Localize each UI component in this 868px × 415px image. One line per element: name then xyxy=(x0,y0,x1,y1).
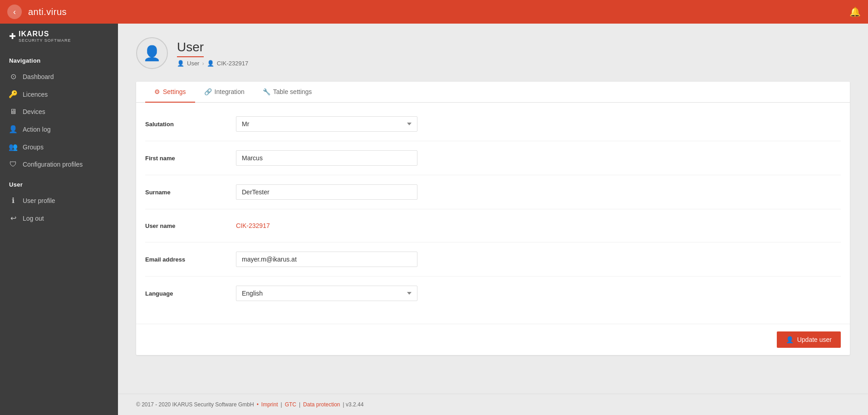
salutation-select[interactable]: Mr Mrs Ms Dr xyxy=(236,116,417,132)
sidebar-label-devices: Devices xyxy=(23,108,45,115)
footer: © 2017 - 2020 IKARUS Security Software G… xyxy=(118,394,868,415)
settings-tab-icon: ⚙ xyxy=(154,88,160,95)
action-log-icon: 👤 xyxy=(9,125,17,133)
settings-card: ⚙ Settings 🔗 Integration 🔧 Table setting… xyxy=(136,82,850,355)
bell-icon[interactable]: 🔔 xyxy=(849,6,861,17)
tabs: ⚙ Settings 🔗 Integration 🔧 Table setting… xyxy=(136,82,850,103)
logo-name: IKARUS xyxy=(19,30,71,38)
sidebar-label-user-profile: User profile xyxy=(23,197,55,204)
footer-version: | v3.2.44 xyxy=(343,401,364,408)
sidebar-item-devices[interactable]: 🖥 Devices xyxy=(0,103,118,120)
sidebar-item-licences[interactable]: 🔑 Licences xyxy=(0,85,118,103)
groups-icon: 👥 xyxy=(9,143,17,151)
email-input[interactable] xyxy=(236,252,417,267)
footer-separator-2: | xyxy=(299,401,300,408)
dashboard-icon: ⊙ xyxy=(9,72,17,81)
email-label: Email address xyxy=(145,256,236,263)
firstname-row: First name xyxy=(145,150,841,175)
salutation-row: Salutation Mr Mrs Ms Dr xyxy=(145,116,841,141)
sidebar-label-config-profiles: Configuration profiles xyxy=(23,161,83,168)
footer-gtc-link[interactable]: GTC xyxy=(285,401,296,408)
sidebar-item-dashboard[interactable]: ⊙ Dashboard xyxy=(0,68,118,85)
table-settings-tab-icon: 🔧 xyxy=(263,88,270,95)
username-row: User name CIK-232917 xyxy=(145,218,841,242)
surname-input[interactable] xyxy=(236,184,417,200)
username-value: CIK-232917 xyxy=(236,218,417,233)
page-body: 👤 User 👤 User › 👤 CIK-232917 xyxy=(118,24,868,394)
user-header: 👤 User 👤 User › 👤 CIK-232917 xyxy=(136,37,850,69)
email-row: Email address xyxy=(145,252,841,277)
breadcrumb-id-icon: 👤 xyxy=(207,60,214,67)
breadcrumb-id: CIK-232917 xyxy=(217,60,248,67)
firstname-input[interactable] xyxy=(236,150,417,166)
language-label: Language xyxy=(145,290,236,297)
sidebar-item-groups[interactable]: 👥 Groups xyxy=(0,138,118,156)
breadcrumb-separator: › xyxy=(202,60,204,67)
language-row: Language English Deutsch Français xyxy=(145,286,841,310)
action-bar: 👤 Update user xyxy=(136,324,850,355)
sidebar: ✚ IKARUS SECURITY SOFTWARE Navigation ⊙ … xyxy=(0,24,118,415)
update-user-icon: 👤 xyxy=(786,336,794,343)
main-content: 👤 User 👤 User › 👤 CIK-232917 xyxy=(118,24,868,415)
form-area: Salutation Mr Mrs Ms Dr First name xyxy=(136,103,850,324)
tab-integration-label: Integration xyxy=(215,88,245,95)
logo: ✚ IKARUS SECURITY SOFTWARE xyxy=(0,24,118,49)
tab-settings-label: Settings xyxy=(163,88,186,95)
footer-dot: • xyxy=(257,401,259,408)
footer-imprint-link[interactable]: Imprint xyxy=(261,401,278,408)
user-title-area: User 👤 User › 👤 CIK-232917 xyxy=(177,40,248,67)
breadcrumb-user: User xyxy=(187,60,199,67)
tab-settings[interactable]: ⚙ Settings xyxy=(145,82,195,103)
footer-separator-1: | xyxy=(281,401,282,408)
integration-tab-icon: 🔗 xyxy=(204,88,212,95)
devices-icon: 🖥 xyxy=(9,108,17,116)
user-section-title: User xyxy=(0,173,118,192)
language-select[interactable]: English Deutsch Français xyxy=(236,286,417,301)
sidebar-label-action-log: Action log xyxy=(23,126,50,133)
sidebar-item-configuration-profiles[interactable]: 🛡 Configuration profiles xyxy=(0,156,118,173)
app-title: anti.virus xyxy=(28,7,67,17)
footer-data-protection-link[interactable]: Data protection xyxy=(303,401,340,408)
footer-copyright: © 2017 - 2020 IKARUS Security Software G… xyxy=(136,401,254,408)
breadcrumb-user-icon: 👤 xyxy=(177,60,184,67)
licences-icon: 🔑 xyxy=(9,90,17,99)
update-user-label: Update user xyxy=(797,336,832,343)
avatar: 👤 xyxy=(136,37,168,69)
firstname-label: First name xyxy=(145,155,236,162)
tab-integration[interactable]: 🔗 Integration xyxy=(195,82,254,103)
tab-table-settings[interactable]: 🔧 Table settings xyxy=(254,82,321,103)
sidebar-item-user-profile[interactable]: ℹ User profile xyxy=(0,192,118,209)
username-label: User name xyxy=(145,222,236,229)
back-button[interactable]: ‹ xyxy=(7,5,22,19)
surname-row: Surname xyxy=(145,184,841,209)
breadcrumb: 👤 User › 👤 CIK-232917 xyxy=(177,60,248,67)
sidebar-label-groups: Groups xyxy=(23,143,44,151)
user-profile-icon: ℹ xyxy=(9,196,17,205)
surname-label: Surname xyxy=(145,189,236,196)
nav-section-title: Navigation xyxy=(0,49,118,68)
update-user-button[interactable]: 👤 Update user xyxy=(777,331,841,348)
top-header: ‹ anti.virus 🔔 xyxy=(0,0,868,24)
page-title: User xyxy=(177,40,204,57)
sidebar-label-licences: Licences xyxy=(23,91,48,98)
sidebar-label-dashboard: Dashboard xyxy=(23,73,54,80)
logo-cross-icon: ✚ xyxy=(9,31,16,41)
salutation-label: Salutation xyxy=(145,121,236,128)
sidebar-label-log-out: Log out xyxy=(23,215,44,222)
logo-sub: SECURITY SOFTWARE xyxy=(19,38,71,43)
tab-table-settings-label: Table settings xyxy=(273,88,312,95)
config-profiles-icon: 🛡 xyxy=(9,160,17,168)
sidebar-item-action-log[interactable]: 👤 Action log xyxy=(0,120,118,138)
person-icon: 👤 xyxy=(143,44,161,62)
sidebar-item-log-out[interactable]: ↩ Log out xyxy=(0,209,118,227)
layout: ✚ IKARUS SECURITY SOFTWARE Navigation ⊙ … xyxy=(0,24,868,415)
log-out-icon: ↩ xyxy=(9,214,17,222)
